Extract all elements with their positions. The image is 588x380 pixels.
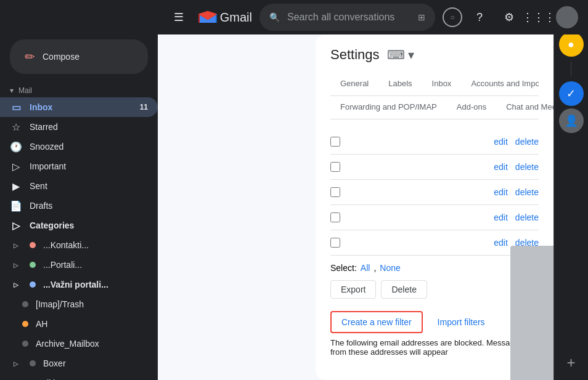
apps-icon[interactable]: ⋮⋮⋮ xyxy=(526,5,551,30)
filter-row: edit delete xyxy=(330,205,539,230)
content-overlay xyxy=(510,246,553,380)
edit-link-1[interactable]: edit xyxy=(494,137,508,147)
filter-icon[interactable]: ⊞ xyxy=(418,12,425,22)
categories-expand-icon: ▷ xyxy=(10,220,22,232)
topbar: ☰ Gmail 🔍 ⊞ ○ ? ⚙ ⋮⋮⋮ xyxy=(158,0,588,34)
dot-portali xyxy=(30,262,36,268)
sidebar-item-starred[interactable]: ☆ Starred xyxy=(0,117,158,137)
filter-checkbox-1[interactable] xyxy=(330,137,340,147)
page-title: Settings xyxy=(330,47,380,63)
categories-label: Categories xyxy=(30,220,74,230)
expand-boxer-icon: ▷ xyxy=(10,360,22,367)
right-panel: 📅 ● ✓ 👤 + xyxy=(553,0,588,380)
delete-link-4[interactable]: delete xyxy=(515,212,539,222)
sidebar-item-categories[interactable]: ▷ Categories xyxy=(0,216,158,235)
help-icon[interactable]: ? xyxy=(467,5,492,30)
create-filter-button[interactable]: Create a new filter xyxy=(330,311,423,333)
sent-icon: ▶ xyxy=(10,180,22,192)
sidebar-item-inbox[interactable]: ▭ Inbox 11 xyxy=(0,97,158,117)
contacts-icon[interactable]: 👤 xyxy=(559,108,584,133)
starred-label: Starred xyxy=(30,122,58,132)
dot-kontakti xyxy=(30,242,36,248)
keep-icon[interactable]: ● xyxy=(559,32,584,57)
sidebar-item-snoozed[interactable]: 🕐 Snoozed xyxy=(0,137,158,156)
settings-icon[interactable]: ⚙ xyxy=(497,5,521,30)
kontakti-label: ...Kontakti... xyxy=(43,240,89,250)
sidebar-item-important[interactable]: ▷ Important xyxy=(0,156,158,176)
vazni-label: ...Važni portali... xyxy=(43,280,108,289)
sidebar-header xyxy=(0,0,158,34)
tab-chat[interactable]: Chat and Meet xyxy=(496,96,553,119)
keyboard-icon[interactable]: ⌨ ▾ xyxy=(387,47,415,62)
avatar[interactable] xyxy=(556,6,578,28)
mail-section[interactable]: ▾ Mail xyxy=(0,81,158,97)
expand-kontakti-icon: ▷ xyxy=(10,242,22,249)
sidebar-item-sent[interactable]: ▶ Sent xyxy=(0,176,158,196)
filter-actions-2: edit delete xyxy=(494,162,539,172)
blocked-addresses-note: The following email addresses are blocke… xyxy=(330,338,539,357)
tab-labels[interactable]: Labels xyxy=(378,73,422,96)
filter-actions-row: Create a new filter Import filters xyxy=(330,306,539,338)
tab-inbox[interactable]: Inbox xyxy=(422,73,462,96)
sidebar-nav: ▾ Mail ▭ Inbox 11 ☆ Starred 🕐 Snoozed ▷ … xyxy=(0,79,158,380)
sidebar-item-drafts[interactable]: 📄 Drafts xyxy=(0,196,158,216)
filter-row: edit delete xyxy=(330,180,539,205)
ah-label: AH xyxy=(36,319,47,329)
tab-forwarding[interactable]: Forwarding and POP/IMAP xyxy=(330,96,447,119)
filter-actions-1: edit delete xyxy=(494,137,539,147)
topbar-icons: ○ ? ⚙ ⋮⋮⋮ xyxy=(443,5,578,30)
filter-checkbox-5[interactable] xyxy=(330,238,340,248)
sidebar-item-portali[interactable]: ▷ ...Portali... xyxy=(0,255,158,275)
filter-row: edit delete xyxy=(330,155,539,180)
filter-checkbox-3[interactable] xyxy=(330,187,340,197)
edit-link-2[interactable]: edit xyxy=(494,162,508,172)
dot-imap xyxy=(22,301,28,307)
edit-link-4[interactable]: edit xyxy=(494,212,508,222)
compose-button[interactable]: ✏ Compose xyxy=(10,39,148,74)
dot-ah xyxy=(22,321,28,327)
export-button[interactable]: Export xyxy=(330,280,376,299)
expand-portali-icon: ▷ xyxy=(10,262,22,269)
delete-link-2[interactable]: delete xyxy=(515,162,539,172)
tab-accounts[interactable]: Accounts and Import xyxy=(461,73,539,96)
add-icon[interactable]: + xyxy=(559,350,584,375)
inbox-label: Inbox xyxy=(30,102,52,112)
filter-row: edit delete xyxy=(330,230,539,256)
alarm-icon: 🕐 xyxy=(10,141,22,153)
sidebar-item-calllog[interactable]: Call log xyxy=(0,373,158,380)
delete-link-1[interactable]: delete xyxy=(515,137,539,147)
tab-addons[interactable]: Add-ons xyxy=(447,96,496,119)
sidebar-item-archive[interactable]: Archive_Mailbox xyxy=(0,334,158,354)
tabs-row-2: Forwarding and POP/IMAP Add-ons Chat and… xyxy=(330,96,539,119)
edit-link-5[interactable]: edit xyxy=(494,238,508,248)
search-input[interactable] xyxy=(287,12,410,23)
select-none-link[interactable]: None xyxy=(380,263,400,273)
sidebar-item-kontakti[interactable]: ▷ ...Kontakti... xyxy=(0,235,158,255)
gmail-logo: Gmail xyxy=(198,10,252,25)
delete-button[interactable]: Delete xyxy=(381,280,427,299)
star-icon: ☆ xyxy=(10,121,22,133)
expand-vazni-icon: ▷ xyxy=(10,281,22,288)
delete-link-3[interactable]: delete xyxy=(515,187,539,197)
tabs-row-1: General Labels Inbox Accounts and Import… xyxy=(330,73,539,96)
hamburger-icon[interactable]: ☰ xyxy=(168,5,190,30)
filter-checkbox-4[interactable] xyxy=(330,212,340,222)
sidebar-item-vazni[interactable]: ▷ ...Važni portali... xyxy=(0,275,158,294)
edit-link-3[interactable]: edit xyxy=(494,187,508,197)
tab-general[interactable]: General xyxy=(330,73,378,96)
tasks-icon[interactable]: ✓ xyxy=(559,81,584,106)
sidebar-item-boxer[interactable]: ▷ Boxer xyxy=(0,354,158,373)
compose-icon: ✏ xyxy=(25,49,35,64)
search-icon: 🔍 xyxy=(269,12,280,22)
drafts-icon: 📄 xyxy=(10,200,22,212)
filter-checkbox-2[interactable] xyxy=(330,162,340,172)
action-buttons: Export Delete xyxy=(330,280,539,306)
select-label: Select: xyxy=(330,263,357,273)
boxer-label: Boxer xyxy=(43,358,66,368)
sidebar-item-imap[interactable]: [Imap]/Trash xyxy=(0,294,158,314)
circle-icon[interactable]: ○ xyxy=(443,7,462,27)
select-all-link[interactable]: All xyxy=(361,263,370,273)
filter-actions-4: edit delete xyxy=(494,212,539,222)
sidebar-item-ah[interactable]: AH xyxy=(0,314,158,334)
import-filters-link[interactable]: Import filters xyxy=(430,312,492,332)
